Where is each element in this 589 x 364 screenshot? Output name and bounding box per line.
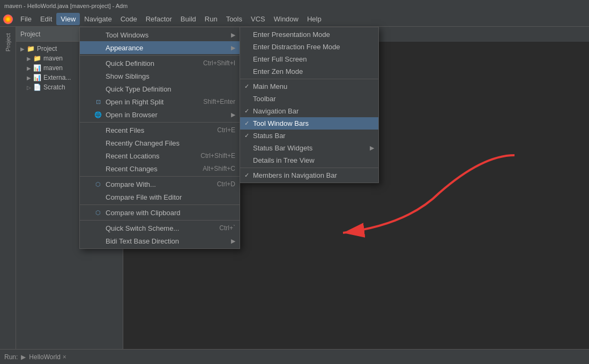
scratch-icon: 📄	[33, 84, 41, 91]
menu-tool-window-bars[interactable]: ✓ Tool Window Bars	[240, 117, 378, 130]
submenu-arrow: ▶	[231, 44, 235, 51]
menu-sep-2	[80, 122, 240, 123]
tree-arrow: ▶	[27, 75, 31, 81]
menu-compare-file[interactable]: Compare File with Editor	[80, 191, 240, 203]
menu-recent-files[interactable]: Recent Files Ctrl+E	[80, 124, 240, 136]
appearance-submenu-dropdown: Enter Presentation Mode Enter Distractio…	[240, 27, 379, 183]
tree-arrow: ▷	[27, 85, 31, 90]
tree-item-label: maven	[43, 55, 63, 62]
menu-sep-1	[80, 55, 240, 56]
menu-recent-locations[interactable]: Recent Locations Ctrl+Shift+E	[80, 149, 240, 162]
menu-tool-windows[interactable]: Tool Windows ▶	[80, 28, 240, 41]
tree-arrow: ▶	[27, 56, 31, 62]
run-label: Run:	[4, 353, 18, 361]
menu-quick-switch[interactable]: Quick Switch Scheme... Ctrl+`	[80, 222, 240, 234]
menu-navigation-bar[interactable]: ✓ Navigation Bar	[240, 105, 378, 117]
menu-status-bar[interactable]: ✓ Status Bar	[240, 130, 378, 142]
menu-item-build[interactable]: Build	[176, 13, 200, 25]
menu-members-nav-bar[interactable]: ✓ Members in Navigation Bar	[240, 169, 378, 181]
menu-quick-definition[interactable]: Quick Definition Ctrl+Shift+I	[80, 57, 240, 70]
sidebar: Project	[0, 27, 16, 349]
menu-presentation-mode[interactable]: Enter Presentation Mode	[240, 28, 378, 41]
menu-show-siblings[interactable]: Show Siblings	[80, 70, 240, 82]
menu-item-tools[interactable]: Tools	[222, 13, 247, 25]
maven-folder-icon: 📁	[33, 55, 41, 62]
menu-compare-with[interactable]: ⬡ Compare With... Ctrl+D	[80, 178, 240, 191]
menu-full-screen[interactable]: Enter Full Screen	[240, 53, 378, 65]
menu-bar: File Edit View Navigate Code Refactor Bu…	[0, 12, 589, 27]
submenu-arrow: ▶	[231, 32, 235, 39]
run-icon: ▶	[21, 353, 26, 361]
svg-point-2	[6, 18, 10, 21]
menu-toolbar[interactable]: Toolbar	[240, 93, 378, 105]
project-panel-title: Project	[20, 31, 40, 38]
menu-recently-changed[interactable]: Recently Changed Files	[80, 136, 240, 149]
menu-bidi-text[interactable]: Bidi Text Base Direction ▶	[80, 234, 240, 247]
menu-distraction-free[interactable]: Enter Distraction Free Mode	[240, 41, 378, 53]
menu-sep-4	[80, 204, 240, 205]
maven-icon: 📊	[33, 64, 41, 72]
menu-item-run[interactable]: Run	[200, 13, 222, 25]
tree-item-label: Externa...	[43, 74, 71, 81]
menu-item-file[interactable]: File	[16, 13, 36, 25]
tree-arrow: ▶	[27, 65, 31, 71]
view-menu-dropdown: Tool Windows ▶ Appearance ▶ Quick Defini…	[79, 27, 240, 249]
menu-item-help[interactable]: Help	[303, 13, 326, 25]
externa-icon: 📊	[33, 74, 41, 81]
menu-item-navigate[interactable]: Navigate	[80, 13, 116, 25]
tree-item-label: maven	[43, 64, 63, 72]
run-item[interactable]: HelloWorld	[29, 353, 60, 361]
menu-open-browser[interactable]: 🌐 Open in Browser ▶	[80, 108, 240, 121]
appearance-sep-1	[240, 79, 378, 79]
menu-item-code[interactable]: Code	[116, 13, 141, 25]
tree-item-label: Project	[37, 45, 57, 52]
menu-main-menu[interactable]: ✓ Main Menu	[240, 80, 378, 93]
menu-zen-mode[interactable]: Enter Zen Mode	[240, 65, 378, 78]
menu-open-right-split[interactable]: ⊡ Open in Right Split Shift+Enter	[80, 95, 240, 108]
tree-arrow: ▶	[20, 46, 25, 52]
tree-item-label: Scratch	[43, 84, 65, 91]
submenu-arrow: ▶	[231, 111, 235, 118]
menu-item-edit[interactable]: Edit	[36, 13, 56, 25]
menu-status-bar-widgets[interactable]: Status Bar Widgets ▶	[240, 142, 378, 154]
project-folder-icon: 📁	[27, 45, 35, 52]
appearance-sep-2	[240, 168, 378, 168]
submenu-arrow: ▶	[231, 238, 235, 245]
menu-item-refactor[interactable]: Refactor	[141, 13, 176, 25]
menu-item-view[interactable]: View	[56, 13, 80, 25]
title-text: maven - HelloWorld.java [maven-project] …	[4, 3, 128, 9]
menu-recent-changes[interactable]: Recent Changes Alt+Shift+C	[80, 162, 240, 175]
sidebar-tab-project[interactable]: Project	[3, 29, 13, 56]
menu-quick-type-def[interactable]: Quick Type Definition	[80, 82, 240, 95]
bottom-bar: Run: ▶ HelloWorld ×	[0, 349, 589, 364]
menu-compare-clipboard[interactable]: ⬡ Compare with Clipboard	[80, 206, 240, 219]
menu-item-window[interactable]: Window	[270, 13, 303, 25]
menu-item-vcs[interactable]: VCS	[247, 13, 270, 25]
title-bar: maven - HelloWorld.java [maven-project] …	[0, 0, 589, 12]
menu-appearance[interactable]: Appearance ▶	[80, 41, 240, 54]
menu-sep-5	[80, 220, 240, 221]
run-close-btn[interactable]: ×	[63, 353, 66, 361]
submenu-arrow: ▶	[370, 145, 374, 151]
menu-sep-3	[80, 176, 240, 177]
menu-details-tree-view[interactable]: Details in Tree View	[240, 154, 378, 166]
app-logo	[2, 13, 14, 25]
